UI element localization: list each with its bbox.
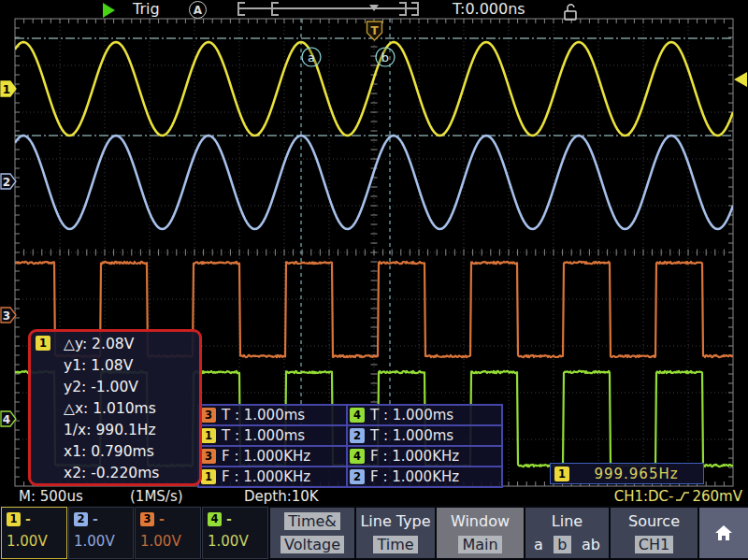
cursor-x1: x1: 0.790ms [64,441,159,463]
memory-depth-readout: Depth:10K [244,488,319,505]
rising-edge-icon [675,490,690,503]
volts-per-div: 1.00V [74,533,128,550]
home-button[interactable] [699,508,748,558]
ch4-marker-number: 4 [3,413,10,426]
measurement-cell: 1F : 1.000KHz [198,467,347,487]
timebase-readout: M: 500us [19,488,83,505]
unlock-icon[interactable] [562,2,579,21]
measurement-value: F : 1.000KHz [370,448,459,465]
channel3-status-box[interactable]: 3- 1.00V [135,507,201,559]
menu-line-button[interactable]: Line a b ab [525,508,609,558]
frequency-counter: 1 999.965Hz [550,463,704,484]
frequency-value: 999.965Hz [569,466,703,482]
cursor-delta-x: △x: 1.010ms [64,398,159,420]
menu-label: Time& [284,512,340,530]
channel-badge: 1 [201,469,216,484]
channel-badge: 4 [208,512,222,526]
cursor-y2: y2: -1.00V [64,377,159,398]
run-state-icon[interactable] [103,3,115,18]
top-bar: Trig A T:0.000ns [0,0,748,19]
measurement-value: F : 1.000KHz [222,468,310,485]
trigger-settings-readout: CH1:DC- 260mV [614,488,742,505]
trigger-flag-letter: T [370,24,379,37]
ch1-marker-number: 1 [3,83,10,96]
measurement-cell: 1T : 1.000ms [198,425,347,446]
cursor-x2: x2: -0.220ms [64,463,159,484]
cursor-y1: y1: 1.08V [64,355,159,377]
menu-time-voltage-button[interactable]: Time& Voltage [270,508,354,558]
measurement-value: T : 1.000ms [370,407,453,424]
menu-value: Main [458,536,501,553]
channel-badge: 3 [140,512,154,526]
volts-per-div: 1.00V [140,533,195,550]
trigger-source: CH1:DC- [614,488,674,505]
ch2-marker-number: 2 [3,176,10,189]
line-option-b[interactable]: b [554,536,570,553]
measurement-cell: 4F : 1.000KHz [347,446,502,467]
measurement-cell: 3F : 1.000KHz [198,446,347,467]
measurement-value: T : 1.000ms [222,407,305,424]
channel-badge: 2 [350,428,365,443]
channel-badge: 2 [350,469,365,484]
ch3-marker-number: 3 [3,309,10,323]
menu-title: Source [628,512,680,530]
coupling-indicator: - [159,511,165,526]
cursor-delta-y: △y: 2.08V [64,334,159,355]
trig-status-label: Trig [133,0,160,18]
coupling-indicator: - [93,511,98,526]
channel-badge: 1 [201,428,216,443]
channel1-status-box[interactable]: 1- 1.00V [1,507,67,559]
channel-badge: 3 [201,449,216,464]
menu-line-type-button[interactable]: Line Type Time [356,508,435,558]
menu-source-button[interactable]: Source CH1 [611,508,698,558]
cursor-readouts: △y: 2.08V y1: 1.08V y2: -1.00V △x: 1.010… [64,334,159,484]
measurement-cell: 2F : 1.000KHz [347,467,502,487]
trigger-time-readout: T:0.000ns [453,0,525,18]
trigger-level: 260mV [692,488,742,505]
cursor-label-b: b [381,50,389,65]
coupling-indicator: - [226,511,232,526]
measurement-cell: 2T : 1.000ms [347,425,502,446]
menu-label: Voltage [280,536,344,553]
sample-rate-readout: (1MS/s) [130,488,183,505]
line-option-ab[interactable]: ab [582,536,600,553]
channel-badge: 3 [201,408,216,423]
measurement-value: F : 1.000KHz [222,448,310,465]
menu-value: CH1 [635,536,673,553]
measurement-value: T : 1.000ms [222,427,305,444]
auto-trigger-icon: A [189,1,207,19]
menu-title: Line [552,512,583,530]
channel-badge: 1 [36,336,50,351]
channel-badge: 1 [7,512,21,526]
menu-title: Line Type [360,512,430,530]
measurement-table: 3T : 1.000ms 4T : 1.000ms 1T : 1.000ms 2… [197,404,503,488]
measurement-value: T : 1.000ms [370,427,453,444]
menu-value: Time [373,536,417,553]
coupling-indicator: - [25,511,31,526]
channel-badge: 4 [350,408,365,423]
home-icon [712,523,735,543]
status-bar: M: 500us (1MS/s) Depth:10K CH1:DC- 260mV [0,488,748,505]
measurement-cell: 4T : 1.000ms [347,405,502,425]
measurement-cell: 3T : 1.000ms [198,405,347,425]
channel2-status-box[interactable]: 2- 1.00V [68,507,134,559]
cursor-inverse-x: 1/x: 990.1Hz [64,420,159,441]
volts-per-div: 1.00V [7,533,62,550]
channel-badge: 2 [74,512,88,526]
channel-badge: 1 [554,467,569,481]
channel4-status-box[interactable]: 4- 1.00V [202,507,268,559]
line-option-a[interactable]: a [534,536,543,553]
volts-per-div: 1.00V [208,533,263,550]
channel-badge: 4 [350,449,365,464]
trigger-level-marker[interactable] [734,72,747,87]
cursor-label-a: a [308,50,315,65]
menu-window-button[interactable]: Window Main [437,508,524,558]
menu-title: Window [451,512,510,530]
bottom-menu: 1- 1.00V 2- 1.00V 3- 1.00V 4- 1.00V Time… [0,506,748,560]
cursor-measure-panel[interactable]: 1 △y: 2.08V y1: 1.08V y2: -1.00V △x: 1.0… [28,329,202,486]
measurement-value: F : 1.000KHz [370,468,459,485]
